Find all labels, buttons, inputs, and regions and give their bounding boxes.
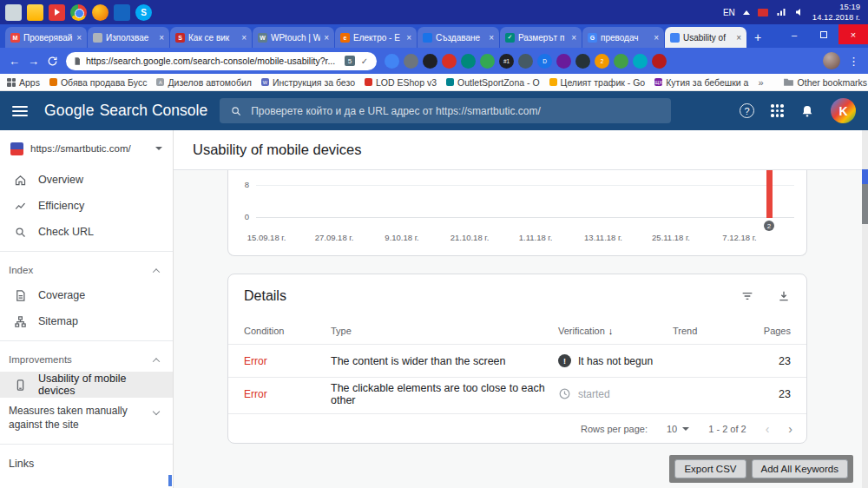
export-csv-button[interactable]: Export CSV bbox=[674, 459, 746, 478]
url-inspect-search[interactable]: Проверете който и да е URL адрес от http… bbox=[220, 98, 671, 123]
error-bar[interactable] bbox=[766, 170, 773, 218]
column-header-trend[interactable]: Trend bbox=[673, 326, 755, 336]
forward-icon[interactable]: → bbox=[28, 56, 39, 67]
column-header-type[interactable]: Type bbox=[331, 326, 558, 336]
download-icon[interactable] bbox=[777, 289, 791, 303]
bookmarks-overflow-icon[interactable]: » bbox=[758, 77, 763, 88]
tab-close-icon[interactable]: × bbox=[406, 33, 411, 43]
extension-icon[interactable] bbox=[518, 54, 533, 69]
page-scrollbar[interactable] bbox=[862, 130, 868, 488]
network-icon[interactable] bbox=[776, 7, 786, 17]
browser-tab[interactable]: Използвае × bbox=[88, 27, 169, 48]
browser-profile-avatar[interactable] bbox=[823, 52, 840, 69]
browser-tab[interactable]: ✓ Размерът п × bbox=[500, 27, 582, 48]
extension-icon[interactable] bbox=[556, 54, 571, 69]
sidebar-section-index[interactable]: Index bbox=[0, 258, 173, 282]
gsc-logo[interactable]: Google Search Console bbox=[44, 102, 207, 120]
property-selector[interactable]: https://smartbutic.com/ bbox=[0, 130, 173, 167]
extension-icon[interactable]: #1 bbox=[499, 54, 514, 69]
pinned-app-icon[interactable] bbox=[114, 4, 130, 21]
bookmark-item[interactable]: А Дизелов автомобил bbox=[156, 77, 252, 88]
table-row[interactable]: Error The clickable elements are too clo… bbox=[228, 377, 806, 410]
check-icon[interactable]: ✓ bbox=[359, 56, 370, 66]
filter-icon[interactable] bbox=[740, 289, 754, 303]
bookmark-apps[interactable]: Apps bbox=[7, 77, 40, 88]
extension-icon[interactable] bbox=[575, 54, 590, 69]
extension-icon[interactable]: D bbox=[537, 54, 552, 69]
tab-close-icon[interactable]: × bbox=[76, 33, 82, 43]
sidebar-section-improvements[interactable]: Improvements bbox=[0, 347, 173, 372]
account-avatar[interactable]: K bbox=[831, 98, 856, 123]
address-bar[interactable]: https://search.google.com/search-console… bbox=[66, 52, 377, 70]
apps-grid-icon[interactable] bbox=[771, 104, 784, 117]
extension-badge-icon[interactable]: 5 bbox=[345, 56, 355, 66]
bookmark-item[interactable]: LOD EShop v3 bbox=[365, 77, 437, 88]
sidebar-item-check-url[interactable]: Check URL bbox=[0, 219, 173, 245]
back-icon[interactable]: ← bbox=[9, 56, 20, 67]
scrollbar-thumb[interactable] bbox=[862, 184, 868, 224]
extension-icon[interactable] bbox=[423, 54, 437, 69]
sidebar-item-mobile-usability[interactable]: Usability of mobile devices bbox=[0, 372, 173, 398]
firefox-icon[interactable] bbox=[92, 4, 108, 21]
notifications-bell-icon[interactable] bbox=[800, 104, 814, 118]
bookmark-item[interactable]: W Инструкция за безо bbox=[261, 77, 355, 88]
sidebar-item-sitemap[interactable]: Sitemap bbox=[0, 308, 173, 334]
extension-icon[interactable] bbox=[461, 54, 476, 69]
sidebar-item-coverage[interactable]: Coverage bbox=[0, 282, 173, 308]
browser-menu-icon[interactable]: ⋮ bbox=[848, 55, 859, 68]
sidebar-item-efficiency[interactable]: Efficiency bbox=[0, 193, 173, 219]
column-header-verification[interactable]: Verification↓ bbox=[558, 326, 673, 336]
annotation-marker[interactable]: 2 bbox=[764, 221, 774, 231]
close-button[interactable]: × bbox=[838, 24, 868, 44]
next-page-icon[interactable]: › bbox=[788, 422, 792, 436]
flag-icon[interactable] bbox=[758, 9, 768, 16]
extension-icon[interactable] bbox=[480, 54, 495, 69]
previous-page-icon[interactable]: ‹ bbox=[766, 422, 770, 436]
rows-per-page-select[interactable]: 10 bbox=[667, 424, 689, 434]
extension-icon[interactable] bbox=[614, 54, 628, 69]
help-icon[interactable]: ? bbox=[740, 103, 754, 118]
taskbar-clock[interactable]: 15:19 14.12.2018 г. bbox=[812, 2, 863, 23]
other-bookmarks[interactable]: Other bookmarks bbox=[783, 77, 868, 88]
pinned-app-icon[interactable] bbox=[5, 4, 22, 21]
tab-close-icon[interactable]: × bbox=[571, 33, 576, 43]
sidebar-item-links[interactable]: Links bbox=[0, 451, 173, 477]
bookmark-item[interactable]: Целият трафик - Go bbox=[549, 77, 646, 88]
extension-icon[interactable] bbox=[385, 54, 399, 69]
bookmark-item[interactable]: OutletSportZona - O bbox=[446, 77, 540, 88]
table-row[interactable]: Error The content is wider than the scre… bbox=[228, 344, 806, 377]
tab-close-icon[interactable]: × bbox=[241, 33, 247, 43]
sidebar-item-manual-actions[interactable]: Measures taken manually against the site bbox=[0, 398, 173, 438]
column-header-pages[interactable]: Pages bbox=[755, 326, 791, 336]
browser-tab-active[interactable]: Usability of × bbox=[665, 27, 746, 48]
skype-icon[interactable]: S bbox=[135, 4, 152, 21]
minimize-button[interactable]: – bbox=[779, 24, 809, 44]
tab-close-icon[interactable]: × bbox=[489, 33, 494, 43]
sidebar-item-overview[interactable]: Overview bbox=[0, 167, 173, 193]
browser-tab[interactable]: M Проверявай × bbox=[5, 27, 87, 48]
extension-icon[interactable] bbox=[652, 54, 667, 69]
new-tab-button[interactable]: + bbox=[747, 27, 768, 48]
maximize-button[interactable] bbox=[809, 24, 838, 44]
tab-close-icon[interactable]: × bbox=[324, 33, 329, 43]
extension-icon[interactable] bbox=[404, 54, 418, 69]
column-header-condition[interactable]: Condition bbox=[244, 326, 331, 336]
browser-tab[interactable]: Създаване × bbox=[418, 27, 499, 48]
sidebar-scrollbar-thumb[interactable] bbox=[168, 475, 172, 486]
tab-close-icon[interactable]: × bbox=[736, 33, 741, 43]
youtube-icon[interactable] bbox=[49, 4, 65, 21]
browser-tab[interactable]: W WPtouch | W × bbox=[253, 27, 334, 48]
hidden-icons-caret-icon[interactable] bbox=[743, 10, 750, 15]
speaker-icon[interactable] bbox=[794, 7, 805, 17]
browser-tab[interactable]: e Електро - Е × bbox=[335, 27, 417, 48]
folder-icon[interactable] bbox=[27, 4, 43, 21]
browser-tab[interactable]: G преводач × bbox=[582, 27, 664, 48]
tab-close-icon[interactable]: × bbox=[159, 33, 164, 43]
reload-icon[interactable] bbox=[47, 56, 58, 67]
extension-icon[interactable] bbox=[442, 54, 457, 69]
browser-tab[interactable]: S Как се вик × bbox=[170, 27, 252, 48]
extension-icon[interactable]: 2 bbox=[595, 54, 609, 69]
add-all-keywords-button[interactable]: Add All Keywords bbox=[752, 459, 849, 478]
tab-close-icon[interactable]: × bbox=[654, 33, 659, 43]
chrome-icon[interactable] bbox=[70, 4, 87, 21]
